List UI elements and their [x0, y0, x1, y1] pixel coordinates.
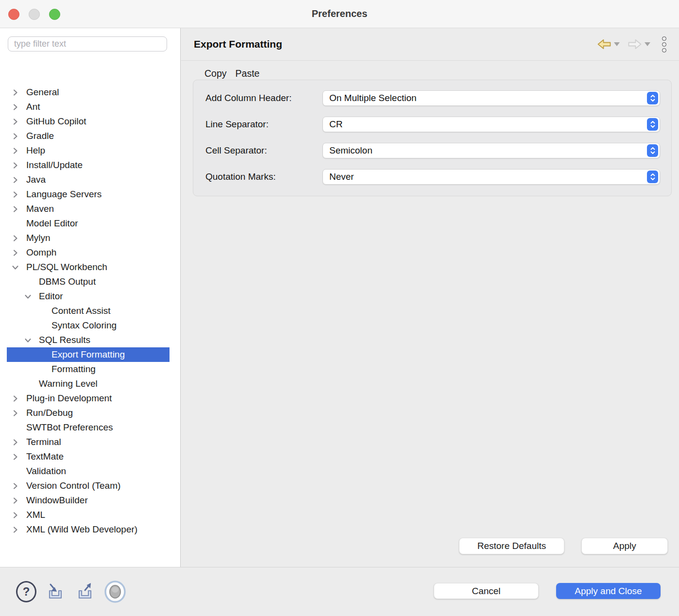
chevron-down-icon[interactable] [23, 293, 32, 300]
tree-item-java[interactable]: Java [7, 172, 170, 187]
tree-item-label: Version Control (Team) [26, 480, 120, 491]
forward-icon[interactable] [628, 39, 642, 50]
tree-item-textmate[interactable]: TextMate [7, 449, 170, 464]
view-menu-icon[interactable] [662, 36, 666, 52]
chevron-right-icon[interactable] [11, 526, 19, 533]
tab-copy[interactable]: Copy [204, 68, 227, 79]
chevron-right-icon[interactable] [11, 249, 19, 257]
chevron-right-icon[interactable] [11, 162, 19, 169]
tab-paste[interactable]: Paste [236, 68, 260, 79]
help-icon[interactable]: ? [16, 581, 36, 602]
import-preferences-icon[interactable] [45, 581, 66, 602]
tree-item-model-editor[interactable]: Model Editor [7, 216, 170, 231]
stepper-icon [647, 171, 658, 183]
tree-item-editor[interactable]: Editor [7, 289, 170, 304]
tree-item-windowbuilder[interactable]: WindowBuilder [7, 493, 170, 508]
tree-item-language-servers[interactable]: Language Servers [7, 187, 170, 202]
tree-item-label: Terminal [26, 437, 61, 447]
tree-item-label: PL/SQL Workbench [26, 262, 107, 273]
cancel-button[interactable]: Cancel [434, 583, 539, 599]
action-row: Restore Defaults Apply [459, 538, 668, 554]
tree-item-label: Install/Update [26, 160, 83, 171]
apply-button[interactable]: Apply [581, 538, 668, 554]
cell-separator-select[interactable]: Semicolon [323, 143, 660, 158]
tree-item-label: Formatting [51, 364, 96, 375]
tree-item-swtbot-preferences[interactable]: SWTBot Preferences [7, 420, 170, 435]
stepper-icon [647, 118, 658, 131]
tree-item-label: Gradle [26, 131, 54, 141]
tree-item-pl-sql-workbench[interactable]: PL/SQL Workbench [7, 260, 170, 274]
chevron-right-icon[interactable] [11, 147, 19, 154]
tree-item-syntax-coloring[interactable]: Syntax Coloring [7, 318, 170, 333]
tree-item-run-debug[interactable]: Run/Debug [7, 406, 170, 420]
apply-and-close-button[interactable]: Apply and Close [556, 583, 661, 599]
export-preferences-icon[interactable] [74, 581, 96, 602]
back-icon[interactable] [597, 39, 611, 50]
chevron-right-icon[interactable] [11, 133, 19, 140]
preferences-window: Preferences GeneralAntGitHub CopilotGrad… [0, 0, 679, 616]
tree-item-export-formatting[interactable]: Export Formatting [7, 347, 170, 362]
header-controls [597, 36, 666, 52]
chevron-right-icon[interactable] [11, 482, 19, 490]
tree-item-label: Ant [26, 102, 40, 112]
tree-item-general[interactable]: General [7, 85, 170, 100]
tree-item-label: Content Assist [51, 306, 110, 316]
chevron-right-icon[interactable] [11, 410, 19, 417]
tree-item-label: TextMate [26, 451, 64, 462]
tree-item-terminal[interactable]: Terminal [7, 435, 170, 449]
chevron-down-icon[interactable] [11, 264, 19, 271]
tree-item-warning-level[interactable]: Warning Level [7, 376, 170, 391]
tree-item-dbms-output[interactable]: DBMS Output [7, 274, 170, 289]
line-separator-label: Line Separator: [205, 119, 323, 130]
tree-item-xml-wild-web-developer[interactable]: XML (Wild Web Developer) [7, 522, 170, 537]
chevron-right-icon[interactable] [11, 497, 19, 504]
select-value: CR [329, 119, 647, 130]
tree-item-label: Help [26, 145, 45, 156]
preference-recorder-icon[interactable] [104, 580, 126, 603]
tree-item-sql-results[interactable]: SQL Results [7, 333, 170, 347]
select-value: Never [329, 171, 647, 182]
chevron-right-icon[interactable] [11, 439, 19, 446]
tree-item-install-update[interactable]: Install/Update [7, 158, 170, 172]
tree-item-xml[interactable]: XML [7, 508, 170, 522]
quotation-marks-select[interactable]: Never [323, 169, 660, 185]
tree-item-formatting[interactable]: Formatting [7, 362, 170, 376]
form-row-line-separator: Line Separator:CR [205, 117, 660, 132]
line-separator-select[interactable]: CR [323, 117, 660, 132]
chevron-right-icon[interactable] [11, 191, 19, 198]
tree-item-label: Maven [26, 204, 54, 214]
filter-input[interactable] [8, 36, 167, 51]
chevron-right-icon[interactable] [11, 103, 19, 111]
back-history-dropdown-icon[interactable] [614, 42, 620, 46]
export-form: Add Column Header:On Multiple SelectionL… [205, 90, 660, 185]
preferences-tree: GeneralAntGitHub CopilotGradleHelpInstal… [0, 85, 180, 537]
chevron-right-icon[interactable] [11, 512, 19, 519]
chevron-right-icon[interactable] [11, 395, 19, 402]
tree-item-plug-in-development[interactable]: Plug-in Development [7, 391, 170, 406]
chevron-right-icon[interactable] [11, 453, 19, 461]
tree-item-version-control-team[interactable]: Version Control (Team) [7, 479, 170, 493]
tree-item-ant[interactable]: Ant [7, 100, 170, 114]
chevron-down-icon[interactable] [23, 337, 32, 344]
chevron-right-icon[interactable] [11, 176, 19, 184]
forward-history-dropdown-icon[interactable] [645, 42, 650, 46]
tree-item-validation[interactable]: Validation [7, 464, 170, 479]
tree-item-maven[interactable]: Maven [7, 202, 170, 216]
tree-item-label: Editor [39, 291, 63, 302]
chevron-right-icon[interactable] [11, 118, 19, 125]
cell-separator-label: Cell Separator: [205, 145, 323, 156]
tree-item-gradle[interactable]: Gradle [7, 129, 170, 143]
tree-item-oomph[interactable]: Oomph [7, 245, 170, 260]
form-row-add-column-header: Add Column Header:On Multiple Selection [205, 90, 660, 106]
tree-item-github-copilot[interactable]: GitHub Copilot [7, 114, 170, 129]
tree-item-label: Syntax Coloring [51, 320, 117, 331]
chevron-right-icon[interactable] [11, 235, 19, 242]
restore-defaults-button[interactable]: Restore Defaults [459, 538, 564, 554]
tree-item-label: Model Editor [26, 218, 78, 229]
chevron-right-icon[interactable] [11, 89, 19, 96]
tree-item-content-assist[interactable]: Content Assist [7, 304, 170, 318]
chevron-right-icon[interactable] [11, 205, 19, 213]
tree-item-mylyn[interactable]: Mylyn [7, 231, 170, 245]
tree-item-help[interactable]: Help [7, 143, 170, 158]
add-column-header-select[interactable]: On Multiple Selection [323, 90, 660, 106]
